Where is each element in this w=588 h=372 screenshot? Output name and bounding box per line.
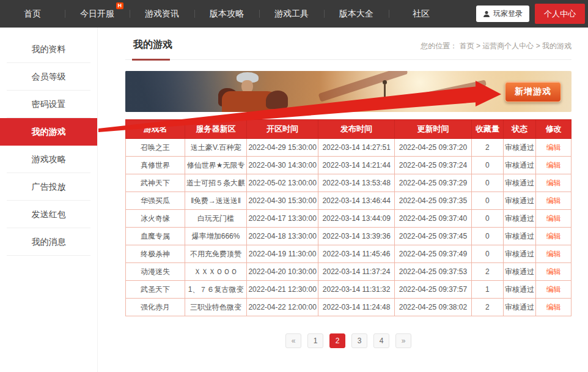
publish-time-cell: 2022-03-14 13:44:09	[318, 210, 394, 228]
game-name-cell: 动漫迷失	[126, 263, 185, 281]
edit-link[interactable]: 编辑	[546, 267, 561, 276]
server-cell: 不用充免费顶赞	[185, 245, 246, 263]
player-login-button[interactable]: 玩家登录	[476, 6, 529, 22]
breadcrumb: 您的位置： 首页 > 运营商个人中心 > 我的游戏	[421, 41, 571, 51]
update-time-cell: 2022-04-25 09:37:29	[395, 174, 471, 192]
open-time-cell: 2022-04-20 10:30:00	[247, 263, 318, 281]
edit-cell: 编辑	[536, 281, 571, 299]
edit-cell: 编辑	[536, 139, 571, 157]
nav-items: 首页 今日开服 H 游戏资讯 版本攻略 游戏工具	[0, 0, 454, 28]
update-time-cell: 2022-04-25 09:37:40	[395, 210, 471, 228]
status-cell: 审核通过	[504, 263, 536, 281]
nav-right-group: 玩家登录 个人中心	[476, 4, 588, 24]
publish-time-cell: 2022-03-14 11:37:24	[318, 263, 394, 281]
update-time-cell: 2022-04-25 09:37:57	[395, 281, 471, 299]
update-time-cell: 2022-04-25 09:37:49	[395, 245, 471, 263]
server-cell: 三职业特色微变	[185, 299, 246, 316]
game-name-cell: 真修世界	[126, 157, 185, 174]
table-row: 血魔专属 爆率增加666% 2022-04-18 13:30:00 2022-0…	[126, 228, 571, 245]
sidebar-item[interactable]: 我的消息	[0, 228, 97, 256]
publish-time-cell: 2022-03-14 14:21:44	[318, 157, 394, 174]
server-cell: ＸＸＸＯＯＯ	[185, 263, 246, 281]
user-center-button[interactable]: 个人中心	[535, 4, 585, 24]
nav-item[interactable]: 游戏资讯	[130, 0, 194, 28]
update-time-cell: 2022-04-25 09:38:02	[395, 299, 471, 316]
favorites-cell: 0	[471, 210, 503, 228]
edit-link[interactable]: 编辑	[546, 285, 561, 294]
edit-link[interactable]: 编辑	[546, 303, 561, 311]
game-name-cell: 召唤之王	[126, 139, 185, 157]
nav-item[interactable]: 版本攻略	[194, 0, 259, 28]
server-cell: 白玩无门槛	[185, 210, 246, 228]
page-button[interactable]: 4	[373, 333, 389, 348]
nav-item[interactable]: 首页	[0, 0, 65, 28]
game-name-cell: 冰火奇缘	[126, 210, 185, 228]
game-name-cell: 武神天下	[126, 174, 185, 192]
sidebar-item[interactable]: 发送红包	[0, 201, 97, 228]
sidebar-item[interactable]: 广告投放	[0, 173, 97, 201]
server-cell: 送土豪V.百种宠	[185, 139, 246, 157]
favorites-cell: 0	[471, 192, 503, 210]
sidebar-item[interactable]: 游戏攻略	[0, 146, 97, 173]
main-content: 我的游戏 您的位置： 首页 > 运营商个人中心 > 我的游戏 新增游戏	[98, 28, 588, 372]
favorites-cell: 0	[471, 157, 503, 174]
sidebar-item-label: 密码设置	[32, 99, 66, 109]
favorites-cell: 0	[471, 228, 503, 245]
sidebar-item[interactable]: 会员等级	[0, 63, 97, 91]
table-row: 冰火奇缘 白玩无门槛 2022-04-17 13:30:00 2022-03-1…	[126, 210, 571, 228]
page-button[interactable]: «	[285, 333, 301, 348]
nav-item[interactable]: 社区	[389, 0, 454, 28]
warrior-shoulder	[266, 91, 288, 109]
games-table-body: 召唤之王 送土豪V.百种宠 2022-04-29 15:30:00 2022-0…	[126, 139, 571, 316]
edit-link[interactable]: 编辑	[546, 232, 561, 240]
sidebar-item[interactable]: 密码设置	[0, 91, 97, 118]
nav-item-label: 今日开服	[80, 9, 114, 18]
update-time-cell: 2022-04-25 09:37:20	[395, 139, 471, 157]
edit-link[interactable]: 编辑	[546, 179, 561, 187]
edit-link[interactable]: 编辑	[546, 196, 561, 205]
status-cell: 审核通过	[504, 281, 536, 299]
player-login-label: 玩家登录	[493, 9, 523, 19]
game-name-cell: 强化赤月	[126, 299, 185, 316]
sidebar-item[interactable]: 我的游戏	[0, 118, 97, 146]
page-button[interactable]: 2	[329, 333, 345, 348]
edit-link[interactable]: 编辑	[546, 161, 561, 169]
publish-time-cell: 2022-03-14 11:24:48	[318, 299, 394, 316]
table-row: 召唤之王 送土豪V.百种宠 2022-04-29 15:30:00 2022-0…	[126, 139, 571, 157]
sidebar-item-label: 我的资料	[32, 44, 66, 54]
edit-link[interactable]: 编辑	[546, 214, 561, 223]
publish-time-cell: 2022-03-14 11:31:32	[318, 281, 394, 299]
edit-link[interactable]: 编辑	[546, 250, 561, 258]
favorites-cell: 0	[471, 245, 503, 263]
edit-cell: 编辑	[536, 157, 571, 174]
status-cell: 审核通过	[504, 139, 536, 157]
sidebar-item[interactable]: 我的资料	[0, 35, 97, 63]
publish-time-cell: 2022-03-14 13:53:48	[318, 174, 394, 192]
open-time-cell: 2022-04-19 11:30:00	[247, 245, 318, 263]
add-game-button[interactable]: 新增游戏	[505, 81, 561, 102]
page-button[interactable]: 3	[351, 333, 367, 348]
nav-item-label: 首页	[24, 9, 41, 18]
edit-link[interactable]: 编辑	[546, 143, 561, 152]
status-cell: 审核通过	[504, 299, 536, 316]
edit-cell: 编辑	[536, 245, 571, 263]
table-row: 终极杀神 不用充免费顶赞 2022-04-19 11:30:00 2022-03…	[126, 245, 571, 263]
update-time-cell: 2022-04-25 09:37:53	[395, 263, 471, 281]
page-button[interactable]: »	[395, 333, 411, 348]
page-button[interactable]: 1	[307, 333, 323, 348]
column-header: 游戏名	[126, 120, 185, 139]
open-time-cell: 2022-04-21 12:30:00	[247, 281, 318, 299]
nav-item-label: 游戏工具	[274, 9, 309, 18]
status-cell: 审核通过	[504, 157, 536, 174]
table-row: 武圣天下 1、７６复古微变 2022-04-21 12:30:00 2022-0…	[126, 281, 571, 299]
nav-item[interactable]: 版本大全	[324, 0, 389, 28]
column-header: 开区时间	[247, 120, 318, 139]
status-cell: 审核通过	[504, 228, 536, 245]
game-name-cell: 武圣天下	[126, 281, 185, 299]
sidebar-item-label: 我的游戏	[32, 127, 66, 136]
pagination: « 1 2 3 4 »	[125, 333, 571, 348]
nav-item[interactable]: 今日开服 H	[65, 0, 130, 28]
nav-item[interactable]: 游戏工具	[259, 0, 324, 28]
status-cell: 审核通过	[504, 245, 536, 263]
banner-staff-art	[384, 84, 386, 109]
